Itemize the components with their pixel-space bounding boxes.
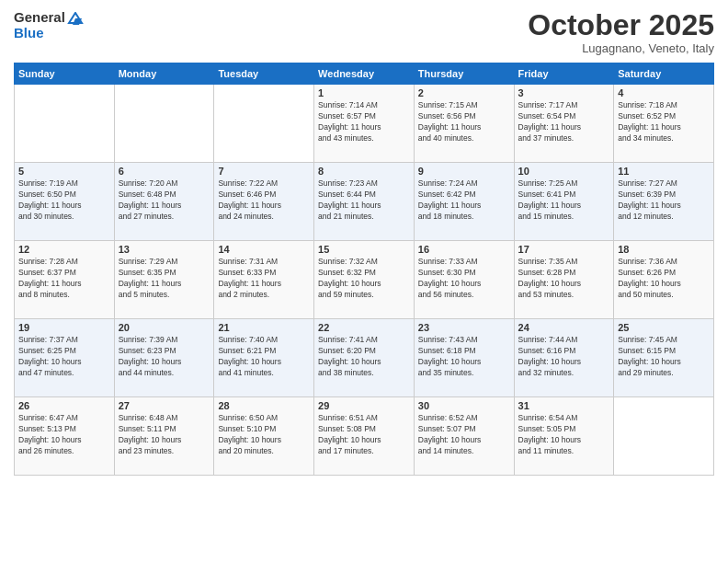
day-cell: 5Sunrise: 7:19 AMSunset: 6:50 PMDaylight…	[15, 163, 115, 241]
day-number: 31	[518, 400, 610, 411]
day-cell	[114, 85, 214, 163]
day-cell: 1Sunrise: 7:14 AMSunset: 6:57 PMDaylight…	[314, 85, 415, 163]
day-info: Sunrise: 7:33 AMSunset: 6:30 PMDaylight:…	[418, 257, 510, 301]
col-header-wednesday: Wednesday	[314, 63, 415, 85]
day-info: Sunrise: 7:17 AMSunset: 6:54 PMDaylight:…	[518, 100, 610, 144]
day-number: 24	[518, 322, 610, 333]
day-info: Sunrise: 7:36 AMSunset: 6:26 PMDaylight:…	[618, 257, 710, 301]
day-cell: 21Sunrise: 7:40 AMSunset: 6:21 PMDayligh…	[214, 319, 314, 397]
day-number: 7	[218, 166, 310, 177]
day-info: Sunrise: 7:20 AMSunset: 6:48 PMDaylight:…	[119, 178, 210, 223]
col-header-saturday: Saturday	[614, 63, 714, 85]
week-row-4: 19Sunrise: 7:37 AMSunset: 6:25 PMDayligh…	[15, 319, 714, 397]
day-cell	[214, 85, 314, 163]
month-title: October 2025	[528, 9, 714, 41]
calendar-table: SundayMondayTuesdayWednesdayThursdayFrid…	[14, 63, 714, 476]
week-row-2: 5Sunrise: 7:19 AMSunset: 6:50 PMDaylight…	[15, 163, 714, 241]
day-number: 18	[618, 244, 710, 255]
week-row-1: 1Sunrise: 7:14 AMSunset: 6:57 PMDaylight…	[15, 85, 714, 163]
header: General Blue October 2025 Lugagnano, Ven…	[14, 9, 714, 55]
day-cell: 18Sunrise: 7:36 AMSunset: 6:26 PMDayligh…	[614, 241, 714, 319]
day-cell	[15, 85, 115, 163]
day-cell	[614, 397, 714, 476]
day-cell: 19Sunrise: 7:37 AMSunset: 6:25 PMDayligh…	[15, 319, 115, 397]
day-cell: 16Sunrise: 7:33 AMSunset: 6:30 PMDayligh…	[414, 241, 514, 319]
day-info: Sunrise: 6:54 AMSunset: 5:05 PMDaylight:…	[518, 413, 610, 457]
day-number: 16	[418, 244, 510, 255]
day-cell: 2Sunrise: 7:15 AMSunset: 6:56 PMDaylight…	[414, 85, 514, 163]
day-info: Sunrise: 7:24 AMSunset: 6:42 PMDaylight:…	[418, 178, 510, 223]
day-cell: 14Sunrise: 7:31 AMSunset: 6:33 PMDayligh…	[214, 241, 314, 319]
day-cell: 24Sunrise: 7:44 AMSunset: 6:16 PMDayligh…	[514, 319, 614, 397]
day-number: 27	[119, 400, 210, 411]
day-cell: 23Sunrise: 7:43 AMSunset: 6:18 PMDayligh…	[414, 319, 514, 397]
day-info: Sunrise: 7:28 AMSunset: 6:37 PMDaylight:…	[18, 257, 110, 301]
location: Lugagnano, Veneto, Italy	[528, 41, 714, 55]
day-info: Sunrise: 7:32 AMSunset: 6:32 PMDaylight:…	[318, 257, 410, 301]
day-number: 3	[518, 87, 610, 98]
day-info: Sunrise: 7:27 AMSunset: 6:39 PMDaylight:…	[618, 178, 710, 223]
day-info: Sunrise: 7:37 AMSunset: 6:25 PMDaylight:…	[18, 335, 110, 379]
day-number: 19	[18, 322, 110, 333]
day-number: 15	[318, 244, 410, 255]
col-header-tuesday: Tuesday	[214, 63, 314, 85]
day-number: 25	[618, 322, 710, 333]
day-cell: 15Sunrise: 7:32 AMSunset: 6:32 PMDayligh…	[314, 241, 415, 319]
day-cell: 17Sunrise: 7:35 AMSunset: 6:28 PMDayligh…	[514, 241, 614, 319]
title-block: October 2025 Lugagnano, Veneto, Italy	[528, 9, 714, 55]
day-info: Sunrise: 7:15 AMSunset: 6:56 PMDaylight:…	[418, 100, 510, 144]
week-row-3: 12Sunrise: 7:28 AMSunset: 6:37 PMDayligh…	[15, 241, 714, 319]
day-info: Sunrise: 6:47 AMSunset: 5:13 PMDaylight:…	[18, 413, 110, 457]
day-info: Sunrise: 7:25 AMSunset: 6:41 PMDaylight:…	[518, 178, 610, 223]
day-number: 22	[318, 322, 410, 333]
day-number: 12	[18, 244, 110, 255]
day-number: 6	[119, 166, 210, 177]
day-number: 30	[418, 400, 510, 411]
day-number: 21	[218, 322, 310, 333]
day-number: 11	[618, 166, 710, 177]
day-info: Sunrise: 7:43 AMSunset: 6:18 PMDaylight:…	[418, 335, 510, 379]
week-row-5: 26Sunrise: 6:47 AMSunset: 5:13 PMDayligh…	[15, 397, 714, 476]
day-cell: 6Sunrise: 7:20 AMSunset: 6:48 PMDaylight…	[114, 163, 214, 241]
day-info: Sunrise: 7:31 AMSunset: 6:33 PMDaylight:…	[218, 257, 310, 301]
day-number: 23	[418, 322, 510, 333]
day-number: 28	[218, 400, 310, 411]
day-cell: 26Sunrise: 6:47 AMSunset: 5:13 PMDayligh…	[15, 397, 115, 476]
day-info: Sunrise: 7:22 AMSunset: 6:46 PMDaylight:…	[218, 178, 310, 223]
day-number: 26	[18, 400, 110, 411]
day-cell: 27Sunrise: 6:48 AMSunset: 5:11 PMDayligh…	[114, 397, 214, 476]
day-cell: 28Sunrise: 6:50 AMSunset: 5:10 PMDayligh…	[214, 397, 314, 476]
day-info: Sunrise: 6:51 AMSunset: 5:08 PMDaylight:…	[318, 413, 410, 457]
day-cell: 3Sunrise: 7:17 AMSunset: 6:54 PMDaylight…	[514, 85, 614, 163]
col-header-sunday: Sunday	[15, 63, 115, 85]
day-info: Sunrise: 7:40 AMSunset: 6:21 PMDaylight:…	[218, 335, 310, 379]
day-number: 14	[218, 244, 310, 255]
day-info: Sunrise: 7:39 AMSunset: 6:23 PMDaylight:…	[119, 335, 210, 379]
day-cell: 10Sunrise: 7:25 AMSunset: 6:41 PMDayligh…	[514, 163, 614, 241]
day-cell: 8Sunrise: 7:23 AMSunset: 6:44 PMDaylight…	[314, 163, 415, 241]
day-number: 2	[418, 87, 510, 98]
day-cell: 4Sunrise: 7:18 AMSunset: 6:52 PMDaylight…	[614, 85, 714, 163]
day-info: Sunrise: 7:19 AMSunset: 6:50 PMDaylight:…	[18, 178, 110, 223]
day-info: Sunrise: 7:23 AMSunset: 6:44 PMDaylight:…	[318, 178, 410, 223]
logo-general: General	[14, 9, 84, 25]
day-cell: 25Sunrise: 7:45 AMSunset: 6:15 PMDayligh…	[614, 319, 714, 397]
day-number: 17	[518, 244, 610, 255]
day-number: 20	[119, 322, 210, 333]
day-info: Sunrise: 7:18 AMSunset: 6:52 PMDaylight:…	[618, 100, 710, 144]
day-cell: 22Sunrise: 7:41 AMSunset: 6:20 PMDayligh…	[314, 319, 415, 397]
day-cell: 31Sunrise: 6:54 AMSunset: 5:05 PMDayligh…	[514, 397, 614, 476]
header-row: SundayMondayTuesdayWednesdayThursdayFrid…	[15, 63, 714, 85]
page: General Blue October 2025 Lugagnano, Ven…	[0, 0, 728, 563]
day-cell: 7Sunrise: 7:22 AMSunset: 6:46 PMDaylight…	[214, 163, 314, 241]
day-number: 9	[418, 166, 510, 177]
day-info: Sunrise: 7:35 AMSunset: 6:28 PMDaylight:…	[518, 257, 610, 301]
day-cell: 9Sunrise: 7:24 AMSunset: 6:42 PMDaylight…	[414, 163, 514, 241]
day-cell: 12Sunrise: 7:28 AMSunset: 6:37 PMDayligh…	[15, 241, 115, 319]
day-info: Sunrise: 7:44 AMSunset: 6:16 PMDaylight:…	[518, 335, 610, 379]
day-number: 13	[119, 244, 210, 255]
day-info: Sunrise: 7:14 AMSunset: 6:57 PMDaylight:…	[318, 100, 410, 144]
col-header-thursday: Thursday	[414, 63, 514, 85]
day-number: 10	[518, 166, 610, 177]
day-number: 5	[18, 166, 110, 177]
